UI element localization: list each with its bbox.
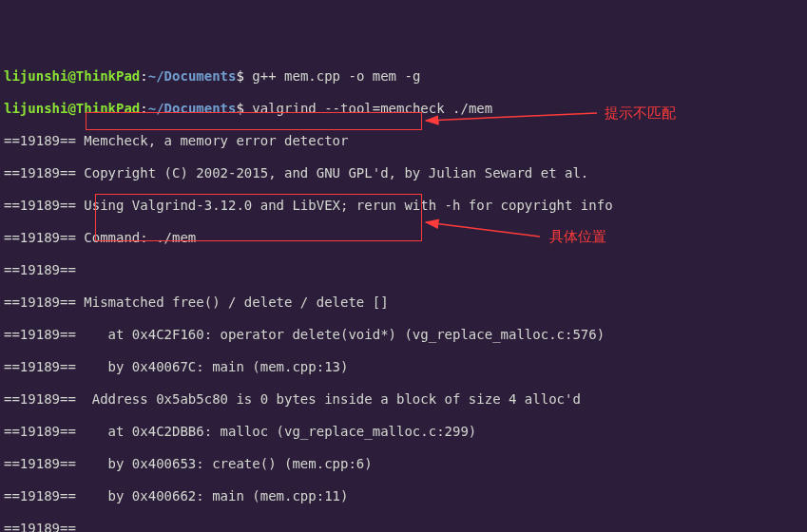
- prompt-line-1: lijunshi@ThinkPad:~/Documents$ g++ mem.c…: [4, 68, 803, 85]
- output-line: ==19189== by 0x40067C: main (mem.cpp:13): [4, 359, 803, 375]
- prompt-dollar: $: [236, 101, 252, 116]
- output-line: ==19189== Address 0x5ab5c80 is 0 bytes i…: [4, 391, 803, 408]
- annotation-label-mismatch: 提示不匹配: [605, 104, 676, 121]
- output-line-mismatch: ==19189== Mismatched free() / delete / d…: [4, 294, 803, 311]
- prompt-line-2: lijunshi@ThinkPad:~/Documents$ valgrind …: [4, 101, 803, 117]
- output-line: ==19189== Memcheck, a memory error detec…: [4, 133, 803, 149]
- output-line: ==19189== Command: ./mem: [4, 230, 803, 246]
- prompt-sep: :: [140, 101, 147, 116]
- annotation-label-location: 具体位置: [549, 228, 606, 244]
- prompt-user: lijunshi@ThinkPad: [4, 101, 140, 116]
- output-line: ==19189== at 0x4C2DBB6: malloc (vg_repla…: [4, 424, 803, 440]
- command-1[interactable]: g++ mem.cpp -o mem -g: [252, 68, 420, 84]
- command-2[interactable]: valgrind --tool=memcheck ./mem: [252, 101, 492, 116]
- output-line: ==19189==: [4, 521, 803, 532]
- prompt-path: ~/Documents: [148, 68, 237, 84]
- output-line: ==19189==: [4, 262, 803, 278]
- prompt-dollar: $: [236, 68, 252, 84]
- prompt-sep: :: [140, 68, 147, 84]
- prompt-path: ~/Documents: [148, 101, 237, 116]
- prompt-user: lijunshi@ThinkPad: [4, 68, 140, 84]
- output-line: ==19189== Using Valgrind-3.12.0 and LibV…: [4, 198, 803, 214]
- output-line-location: ==19189== by 0x400662: main (mem.cpp:11): [4, 488, 803, 504]
- output-line-location: ==19189== by 0x400653: create() (mem.cpp…: [4, 456, 803, 472]
- output-line: ==19189== Copyright (C) 2002-2015, and G…: [4, 165, 803, 181]
- output-line: ==19189== at 0x4C2F160: operator delete(…: [4, 327, 803, 343]
